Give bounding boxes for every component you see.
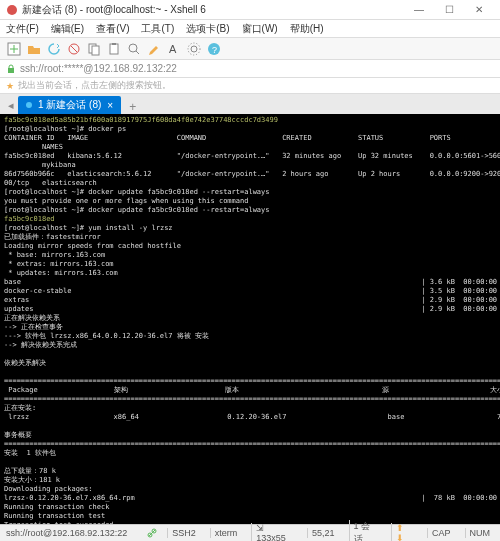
svg-line-5 <box>71 46 77 52</box>
menu-help[interactable]: 帮助(H) <box>290 22 324 36</box>
toolbar: A ? <box>0 38 500 60</box>
tab-prev-icon[interactable]: ◂ <box>4 97 18 114</box>
status-sessions: 1 会话 <box>349 520 381 541</box>
link-icon <box>147 528 157 538</box>
address-bar[interactable]: ssh://root:*****@192.168.92.132:22 <box>0 60 500 78</box>
bookmark-icon: ★ <box>6 81 14 91</box>
status-size: ⇲ 133x55 <box>251 523 297 541</box>
tab-close-icon[interactable]: × <box>107 100 113 111</box>
status-ssh: SSH2 <box>167 528 200 538</box>
svg-rect-9 <box>112 43 116 45</box>
svg-text:?: ? <box>212 45 217 55</box>
settings-icon[interactable] <box>186 41 202 57</box>
status-connection: ssh://root@192.168.92.132:22 <box>6 528 127 538</box>
maximize-button[interactable]: ☐ <box>434 1 464 19</box>
svg-point-13 <box>191 46 197 52</box>
svg-point-10 <box>129 44 137 52</box>
svg-point-14 <box>188 43 200 55</box>
session-status-icon <box>26 102 32 108</box>
find-icon[interactable] <box>126 41 142 57</box>
menu-edit[interactable]: 编辑(E) <box>51 22 84 36</box>
menu-view[interactable]: 查看(V) <box>96 22 129 36</box>
tab-label: 1 新建会话 (8) <box>38 98 101 112</box>
help-icon[interactable]: ? <box>206 41 222 57</box>
paste-icon[interactable] <box>106 41 122 57</box>
lock-icon <box>6 64 16 74</box>
tab-add-icon[interactable]: + <box>125 100 140 114</box>
status-cap: CAP <box>427 528 455 538</box>
copy-icon[interactable] <box>86 41 102 57</box>
menu-window[interactable]: 窗口(W) <box>242 22 278 36</box>
menu-tools[interactable]: 工具(T) <box>141 22 174 36</box>
disconnect-icon[interactable] <box>66 41 82 57</box>
svg-rect-7 <box>92 46 99 55</box>
session-tab[interactable]: 1 新建会话 (8) × <box>18 96 121 114</box>
new-session-icon[interactable] <box>6 41 22 57</box>
address-text: ssh://root:*****@192.168.92.132:22 <box>20 63 177 74</box>
menu-file[interactable]: 文件(F) <box>6 22 39 36</box>
tab-bar: ◂ 1 新建会话 (8) × + <box>0 94 500 114</box>
menu-tab[interactable]: 选项卡(B) <box>186 22 229 36</box>
status-num: NUM <box>465 528 495 538</box>
app-icon <box>6 4 18 16</box>
status-term: xterm <box>210 528 242 538</box>
svg-rect-8 <box>110 44 118 54</box>
filter-hint: 找出当前会话，点击左侧的搜索按钮。 <box>18 79 171 92</box>
svg-point-0 <box>7 5 17 15</box>
svg-line-11 <box>136 51 139 54</box>
terminal[interactable]: fa5bc9c018ed5a85b21bf600a018917975Jf608d… <box>0 114 500 524</box>
status-bar: ssh://root@192.168.92.132:22 SSH2 xterm … <box>0 524 500 541</box>
svg-rect-17 <box>8 68 14 73</box>
status-pos: 55,21 <box>307 528 339 538</box>
resize-icon: ⇲ <box>256 523 264 533</box>
font-icon[interactable]: A <box>166 41 182 57</box>
filter-bar[interactable]: ★ 找出当前会话，点击左侧的搜索按钮。 <box>0 78 500 94</box>
menu-bar: 文件(F) 编辑(E) 查看(V) 工具(T) 选项卡(B) 窗口(W) 帮助(… <box>0 20 500 38</box>
highlight-icon[interactable] <box>146 41 162 57</box>
minimize-button[interactable]: — <box>404 1 434 19</box>
open-icon[interactable] <box>26 41 42 57</box>
window-title: 新建会话 (8) - root@localhost:~ - Xshell 6 <box>22 3 404 17</box>
svg-text:A: A <box>169 43 177 55</box>
reconnect-icon[interactable] <box>46 41 62 57</box>
close-button[interactable]: ✕ <box>464 1 494 19</box>
